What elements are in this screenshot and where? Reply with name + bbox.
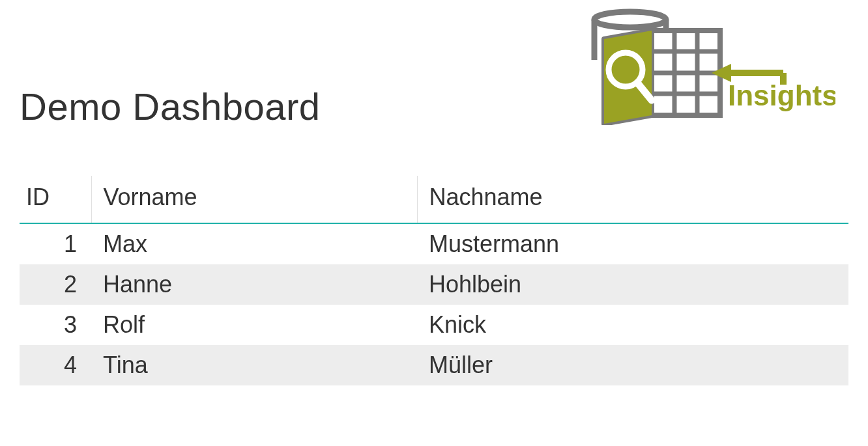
cell-id: 4 — [20, 345, 91, 385]
cell-nachname: Knick — [417, 305, 848, 345]
insights-logo-icon: Insights — [581, 8, 835, 125]
cell-nachname: Hohlbein — [417, 264, 848, 305]
column-header-nachname[interactable]: Nachname — [417, 176, 848, 223]
column-header-id[interactable]: ID — [20, 176, 91, 223]
header: Demo Dashboard — [0, 0, 868, 150]
table-row[interactable]: 2 Hanne Hohlbein — [20, 264, 848, 305]
cell-id: 2 — [20, 264, 91, 305]
table-header-row: ID Vorname Nachname — [20, 176, 848, 223]
table-row[interactable]: 3 Rolf Knick — [20, 305, 848, 345]
insights-logo: Insights — [581, 8, 835, 128]
table-row[interactable]: 1 Max Mustermann — [20, 223, 848, 264]
logo-text: Insights — [728, 79, 835, 111]
table-row[interactable]: 4 Tina Müller — [20, 345, 848, 385]
cell-nachname: Müller — [417, 345, 848, 385]
cell-vorname: Rolf — [91, 305, 417, 345]
cell-vorname: Max — [91, 223, 417, 264]
data-table: ID Vorname Nachname 1 Max Mustermann 2 H… — [20, 176, 848, 385]
column-header-vorname[interactable]: Vorname — [91, 176, 417, 223]
cell-nachname: Mustermann — [417, 223, 848, 264]
cell-vorname: Hanne — [91, 264, 417, 305]
table-body: 1 Max Mustermann 2 Hanne Hohlbein 3 Rolf… — [20, 223, 848, 385]
cell-id: 3 — [20, 305, 91, 345]
svg-point-0 — [594, 12, 666, 27]
cell-vorname: Tina — [91, 345, 417, 385]
magnifier-panel-icon — [604, 31, 652, 124]
page-title: Demo Dashboard — [20, 85, 321, 128]
cell-id: 1 — [20, 223, 91, 264]
data-table-container: ID Vorname Nachname 1 Max Mustermann 2 H… — [20, 176, 848, 385]
